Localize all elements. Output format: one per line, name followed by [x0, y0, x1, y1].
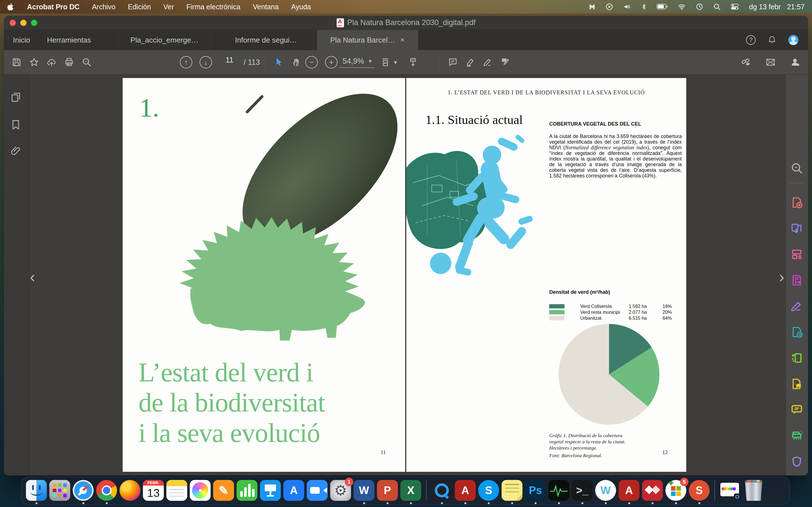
dock-stickies[interactable] [502, 480, 522, 501]
dock-quicktime[interactable] [432, 480, 452, 501]
next-spread-chevron[interactable]: › [779, 269, 784, 285]
scrolling-mode-button[interactable] [404, 54, 422, 71]
save-button[interactable] [8, 54, 26, 71]
redact-icon[interactable] [791, 274, 804, 287]
request-comments-icon[interactable] [791, 378, 804, 391]
dock-chrome[interactable] [96, 480, 117, 501]
sign-tool-button[interactable] [479, 54, 497, 71]
dock-app-store[interactable]: A [283, 480, 304, 501]
dock-trash[interactable] [743, 480, 764, 501]
page-number-input[interactable]: 11 [219, 56, 240, 69]
tab-informe-seguiment[interactable]: Informe de segui… [215, 30, 317, 50]
apple-menu-icon[interactable] [7, 3, 15, 11]
print-button[interactable] [60, 54, 78, 71]
play-icon[interactable] [605, 3, 613, 11]
select-tool-button[interactable] [270, 54, 288, 71]
user-avatar[interactable] [788, 35, 799, 45]
previous-page-button[interactable]: ↑ [180, 56, 192, 68]
export-pdf-icon[interactable] [791, 222, 804, 235]
dock-safari[interactable] [73, 480, 94, 501]
dock-acrobat-2[interactable]: A [619, 480, 640, 501]
document-view[interactable]: ‹ › 1. L’estat del verd [29, 75, 785, 475]
dock-red-diamond-app[interactable] [642, 480, 663, 501]
dock-minimized-window[interactable] [720, 480, 741, 501]
add-person-button[interactable] [786, 54, 804, 71]
fill-sign-doc-button[interactable] [497, 54, 514, 71]
bluetooth-icon[interactable] [641, 3, 647, 11]
zoom-level-dropdown[interactable]: 54,9% ▾ [340, 57, 374, 68]
time-machine-icon[interactable] [696, 3, 703, 11]
dock-calendar[interactable]: FEBR.13 [143, 480, 164, 501]
dock-acrobat[interactable]: A [455, 480, 476, 501]
help-icon[interactable]: ? [746, 35, 756, 45]
zoom-out-button[interactable]: − [305, 56, 318, 68]
menu-ver[interactable]: Ver [163, 3, 174, 11]
search-button[interactable] [78, 54, 95, 71]
zoom-in-button[interactable]: + [325, 56, 338, 68]
fit-width-button[interactable] [377, 54, 394, 71]
previous-spread-chevron[interactable]: ‹ [30, 269, 35, 285]
next-page-button[interactable]: ↓ [200, 56, 212, 68]
dock-keynote[interactable] [260, 480, 281, 501]
dock-finder[interactable] [26, 480, 47, 501]
dock-notes[interactable] [166, 480, 187, 501]
tab-pla-natura-active[interactable]: Pla Natura Barcel… × [317, 30, 418, 50]
fill-and-sign-icon[interactable] [791, 300, 804, 313]
dock-skype[interactable]: S [478, 480, 499, 501]
dock-excel[interactable]: X [400, 480, 421, 501]
dock-photos[interactable] [190, 480, 211, 501]
search-tool-icon[interactable] [791, 162, 804, 175]
dock-ms-office-installer[interactable]: 5 [665, 480, 686, 501]
dock-photoshop[interactable]: Ps [525, 480, 546, 501]
control-center-icon[interactable] [730, 3, 739, 11]
highlighter-tool-button[interactable] [462, 54, 479, 71]
crop-pages-icon[interactable] [791, 352, 804, 365]
dock-terminal[interactable]: >_ [572, 480, 593, 501]
menu-edici-n[interactable]: Edición [128, 3, 151, 11]
dock-zoom[interactable] [307, 480, 327, 501]
wifi-icon[interactable] [677, 3, 686, 11]
dock-pages[interactable]: ✎ [213, 480, 234, 501]
window-titlebar[interactable]: Pla Natura Barcelona 2030_digital.pdf [4, 16, 808, 30]
protect-icon[interactable] [791, 455, 804, 468]
menu-acrobat-pro-dc[interactable]: Acrobat Pro DC [27, 3, 80, 11]
bookmarks-icon[interactable] [10, 119, 23, 132]
menu-clock[interactable]: dg 13 febr 21:57 [749, 3, 805, 11]
email-button[interactable] [762, 54, 779, 71]
send-pdf-icon[interactable] [791, 326, 804, 339]
malwarebytes-icon[interactable] [589, 3, 596, 11]
spotlight-icon[interactable] [713, 3, 721, 11]
menu-ayuda[interactable]: Ayuda [291, 3, 311, 11]
comment-icon[interactable] [791, 404, 804, 416]
comment-tool-button[interactable] [444, 54, 462, 71]
star-favorite-button[interactable] [26, 54, 43, 71]
scan-ocr-icon[interactable] [791, 430, 804, 443]
dock-writer[interactable]: W [595, 480, 616, 501]
organize-pages-icon[interactable] [791, 248, 804, 261]
cloud-upload-button[interactable] [43, 54, 60, 71]
dock-numbers[interactable] [237, 480, 257, 501]
nav-inicio[interactable]: Inicio [4, 30, 39, 50]
dock-s-swirl-app[interactable]: S [689, 480, 710, 501]
nav-herramientas[interactable]: Herramientas [39, 30, 100, 50]
notifications-bell-icon[interactable] [767, 35, 776, 46]
dock-firefox[interactable] [119, 480, 140, 501]
menu-ventana[interactable]: Ventana [253, 3, 279, 11]
menu-archivo[interactable]: Archivo [92, 3, 115, 11]
page-thumbnails-icon[interactable] [10, 92, 23, 105]
share-link-button[interactable] [737, 54, 755, 71]
battery-icon[interactable] [657, 3, 668, 11]
dock-activity-monitor[interactable] [548, 480, 569, 501]
hand-tool-button[interactable] [288, 54, 305, 71]
dock-powerpoint[interactable]: P [377, 480, 398, 501]
chevron-down-icon[interactable]: ▾ [394, 59, 397, 66]
dock-launchpad[interactable] [49, 480, 70, 501]
dock-system-settings[interactable]: ⚙1 [330, 480, 351, 501]
create-pdf-icon[interactable] [791, 196, 804, 209]
menu-firma-electr-nica[interactable]: Firma electrónica [186, 3, 241, 11]
dock-word[interactable]: W [354, 480, 374, 501]
attachments-icon[interactable] [10, 146, 23, 159]
volume-icon[interactable] [623, 3, 631, 11]
close-tab-icon[interactable]: × [400, 36, 405, 45]
tab-pla-accio-emergencia[interactable]: Pla_accio_emerge… [114, 30, 215, 50]
